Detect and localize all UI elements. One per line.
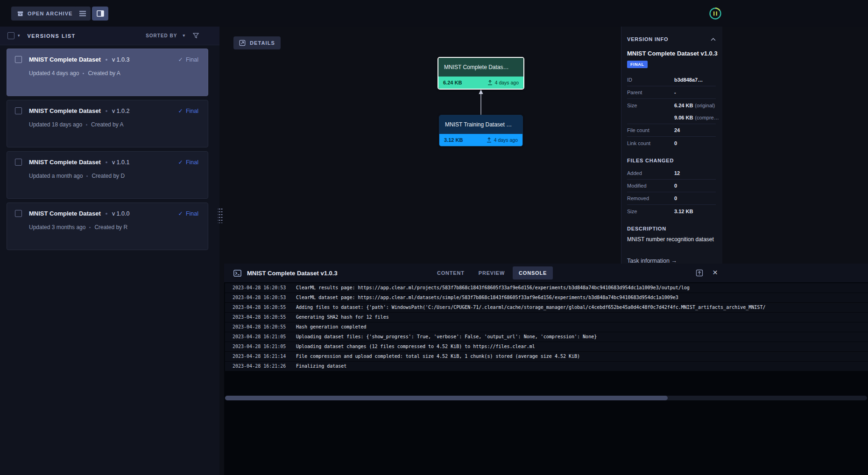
node-updated: 4 days ago (494, 137, 518, 143)
upload-icon (487, 80, 493, 85)
tab-console[interactable]: CONSOLE (513, 266, 553, 279)
dot-separator (106, 161, 107, 163)
description-title: DESCRIPTION (627, 226, 716, 231)
version-card[interactable]: MNIST Complete Dataset v 1.0.0 ✓ Final U… (7, 203, 208, 250)
version-checkbox[interactable] (15, 210, 22, 217)
dot-separator (86, 124, 87, 126)
status-badge: ✓ Final (178, 210, 198, 217)
archive-icon (17, 11, 23, 17)
field-row: 9.06 KB (compre… (627, 112, 716, 124)
console-tabs: CONTENT PREVIEW CONSOLE (431, 264, 553, 282)
field-row: Link count 0 (627, 137, 716, 149)
details-button[interactable]: DETAILS (233, 36, 281, 49)
horizontal-scrollbar[interactable] (225, 396, 867, 400)
console-panel: MNIST Complete Dataset v1.0.3 CONTENT PR… (224, 264, 868, 475)
version-created: Created by R (94, 224, 127, 231)
version-updated: Updated 3 months ago (29, 224, 85, 231)
open-archive-label: OPEN ARCHIVE (28, 11, 73, 16)
upload-icon (487, 137, 492, 143)
terminal-icon (233, 270, 241, 277)
node-updated: 4 days ago (495, 80, 519, 85)
open-archive-button[interactable]: OPEN ARCHIVE (11, 7, 79, 21)
field-row: Parent - (627, 86, 716, 99)
node-title: MNIST Complete Datas… (438, 58, 523, 77)
dataset-node-selected[interactable]: MNIST Complete Datas… 6.24 KB 4 days ago (438, 57, 524, 90)
version-number: v 1.0.0 (112, 210, 130, 217)
view-toggle-group (74, 7, 108, 21)
log-row: 2023-04-28 16:20:55 Hash generation comp… (225, 322, 868, 332)
dataset-node-parent[interactable]: MNIST Training Dataset … 3.12 KB 4 days … (439, 115, 523, 147)
version-created: Created by A (88, 70, 120, 77)
version-checkbox[interactable] (15, 107, 22, 114)
version-checkbox[interactable] (15, 159, 22, 166)
console-header: MNIST Complete Dataset v1.0.3 CONTENT PR… (224, 264, 868, 282)
status-badge: ✓ Final (178, 107, 198, 114)
version-fields: ID b3d848a7… Parent - Size 6.24 KB (orig… (627, 74, 716, 149)
version-created: Created by D (92, 173, 125, 179)
files-changed-title: FILES CHANGED (627, 158, 716, 163)
version-number: v 1.0.1 (112, 159, 130, 166)
description-text: MNIST number recognition dataset (627, 236, 716, 243)
details-icon (239, 40, 246, 46)
tab-content[interactable]: CONTENT (431, 266, 471, 279)
version-card[interactable]: MNIST Complete Dataset v 1.0.3 ✓ Final U… (7, 49, 208, 96)
log-row: 2023-04-28 16:20:53 ClearML results page… (225, 283, 868, 293)
final-badge: FINAL (627, 61, 648, 68)
select-all-checkbox[interactable] (7, 32, 14, 39)
version-card[interactable]: MNIST Complete Dataset v 1.0.1 ✓ Final U… (7, 151, 208, 199)
log-row: 2023-04-28 16:21:26 Finalizing dataset (225, 362, 868, 371)
table-view-button[interactable] (74, 7, 91, 21)
version-created: Created by A (91, 121, 123, 128)
split-view-button[interactable] (92, 7, 108, 21)
check-icon: ✓ (178, 107, 183, 114)
app: { "icons": { "check": "✓", "caret_down":… (0, 0, 868, 475)
sorted-by-dropdown[interactable]: SORTED BY ▾ (146, 33, 185, 38)
field-row: ID b3d848a7… (627, 74, 716, 86)
field-row: Size 3.12 KB (627, 205, 716, 217)
node-title: MNIST Training Dataset … (439, 115, 522, 134)
table-view-icon (79, 10, 86, 17)
console-dataset-title: MNIST Complete Dataset v1.0.3 (247, 270, 338, 277)
sorted-by-label: SORTED BY (146, 33, 177, 38)
split-view-icon (97, 10, 104, 17)
expand-panel-icon[interactable] (696, 269, 703, 277)
version-info-panel: VERSION INFO MNIST Complete Dataset v1.0… (621, 27, 722, 264)
node-size: 3.12 KB (444, 137, 463, 143)
log-row: 2023-04-28 16:20:55 Adding files to data… (225, 303, 868, 312)
log-row: 2023-04-28 16:21:14 File compression and… (225, 352, 868, 361)
close-panel-icon[interactable]: × (713, 266, 718, 279)
dataset-name: MNIST Complete Dataset v1.0.3 (627, 50, 716, 57)
versions-list-header: ▾ VERSIONS LIST SORTED BY ▾ (0, 27, 219, 45)
task-information-link[interactable]: Task information → (627, 258, 716, 264)
version-info-title: VERSION INFO (627, 36, 668, 42)
tab-preview[interactable]: PREVIEW (473, 266, 511, 279)
version-card[interactable]: MNIST Complete Dataset v 1.0.2 ✓ Final U… (7, 100, 208, 147)
node-size: 6.24 KB (443, 80, 462, 85)
collapse-panel-icon[interactable] (711, 38, 716, 41)
version-card-title: MNIST Complete Dataset (29, 56, 101, 63)
status-badge: ✓ Final (178, 159, 198, 166)
filter-icon[interactable] (193, 33, 199, 39)
version-number: v 1.0.2 (112, 108, 130, 114)
panel-resize-handle[interactable] (218, 207, 223, 223)
dot-separator (83, 73, 84, 74)
version-card-title: MNIST Complete Dataset (29, 210, 101, 217)
version-checkbox[interactable] (15, 56, 22, 63)
dot-separator (106, 110, 107, 112)
select-all-caret-icon[interactable]: ▾ (18, 34, 20, 38)
lineage-edge-arrow (478, 90, 484, 115)
field-row: Removed 0 (627, 192, 716, 205)
console-log: 2023-04-28 16:20:53 ClearML results page… (225, 283, 868, 371)
field-row: Size 6.24 KB (original) (627, 99, 716, 112)
versions-panel: ▾ VERSIONS LIST SORTED BY ▾ MNIST Comple… (0, 27, 219, 475)
dot-separator (86, 175, 88, 177)
scrollbar-thumb[interactable] (225, 396, 668, 400)
workers-status-icon[interactable] (709, 7, 722, 20)
version-updated: Updated a month ago (29, 173, 83, 179)
log-row: 2023-04-28 16:21:05 Uploading dataset fi… (225, 332, 868, 342)
field-row: File count 24 (627, 124, 716, 137)
details-label: DETAILS (250, 40, 275, 46)
dot-separator (106, 213, 107, 215)
dot-separator (89, 227, 91, 228)
check-icon: ✓ (178, 159, 183, 166)
